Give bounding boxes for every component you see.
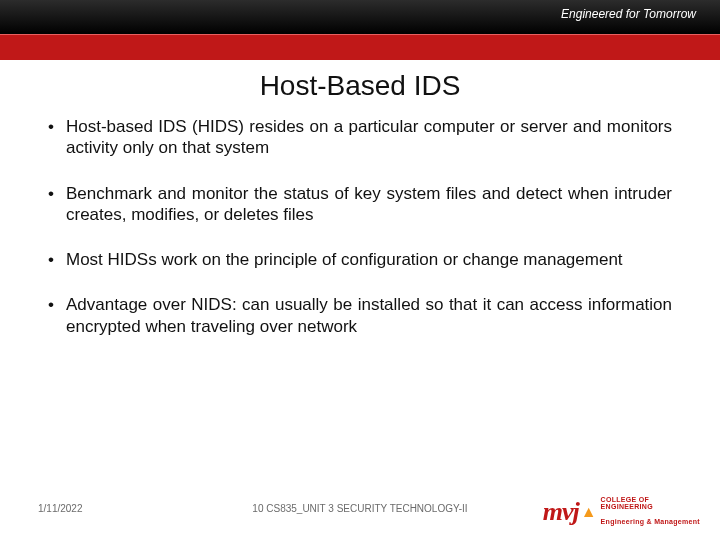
list-item: Host-based IDS (HIDS) resides on a parti… <box>48 116 672 159</box>
red-accent-bar <box>0 34 720 60</box>
list-item: Most HIDSs work on the principle of conf… <box>48 249 672 270</box>
page-title: Host-Based IDS <box>0 70 720 102</box>
list-item: Benchmark and monitor the status of key … <box>48 183 672 226</box>
flame-icon: ▲ <box>581 503 597 521</box>
list-item: Advantage over NIDS: can usually be inst… <box>48 294 672 337</box>
logo-sub: Engineering & Management <box>601 518 700 525</box>
college-logo: mvj ▲ COLLEGE OF ENGINEERING Engineering… <box>543 496 700 528</box>
logo-mark: mvj <box>543 497 579 527</box>
content-area: Host-based IDS (HIDS) resides on a parti… <box>0 102 720 337</box>
logo-text-block: COLLEGE OF ENGINEERING Engineering & Man… <box>601 496 700 528</box>
bullet-list: Host-based IDS (HIDS) resides on a parti… <box>48 116 672 337</box>
logo-line2: ENGINEERING <box>601 503 700 510</box>
top-header-bar: Engineered for Tomorrow <box>0 0 720 34</box>
logo-line1: COLLEGE OF <box>601 496 700 503</box>
tagline: Engineered for Tomorrow <box>561 7 696 21</box>
